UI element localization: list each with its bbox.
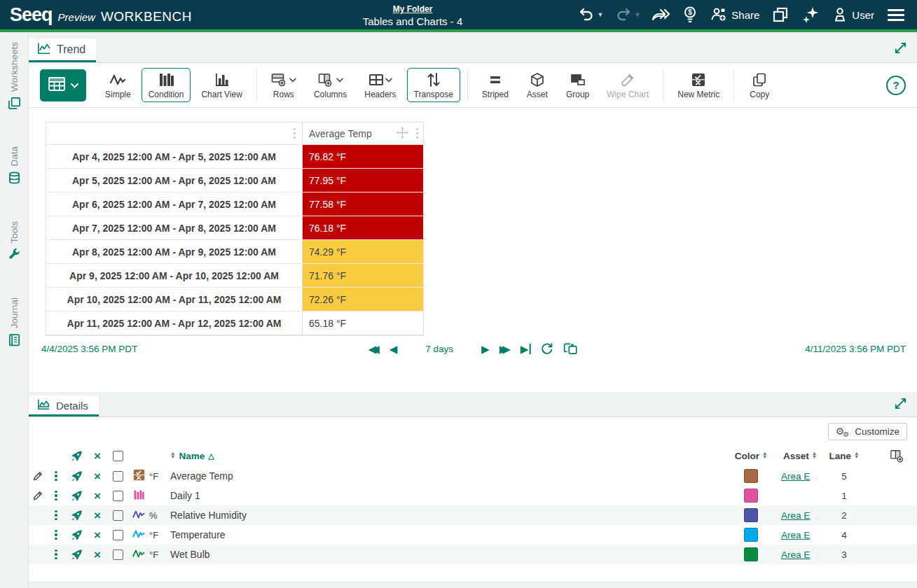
toolbar-chart-view-button[interactable]: Chart View — [194, 68, 249, 102]
forward-share-button[interactable] — [652, 6, 670, 23]
color-swatch[interactable] — [744, 508, 758, 522]
lane-column-header[interactable]: Lane ▲▼ — [825, 451, 864, 461]
toolbar-rows-button[interactable]: Rows — [264, 68, 303, 102]
kebab-menu-icon[interactable] — [53, 469, 59, 484]
toolbar-striped-button[interactable]: Striped — [475, 68, 516, 102]
toolbar-separator — [663, 69, 663, 102]
duplicate-range-icon[interactable] — [563, 342, 577, 356]
sort-icon[interactable]: ▲▼ — [854, 452, 859, 458]
edit-pencil-icon[interactable] — [32, 490, 43, 501]
seeq-logo[interactable]: Seeq Preview WORKBENCH — [0, 4, 192, 26]
remove-all-icon[interactable]: × — [94, 450, 101, 462]
help-button[interactable]: ? — [886, 76, 906, 95]
rocket-icon[interactable] — [71, 450, 83, 462]
range-start-datetime[interactable]: 4/4/2025 3:56 PM PDT — [29, 344, 137, 354]
item-name[interactable]: Daily 1 — [170, 490, 726, 501]
value-column-header[interactable]: Average Temp — [303, 122, 423, 144]
row-checkbox[interactable] — [113, 471, 123, 482]
table-view-dropdown-button[interactable] — [40, 69, 86, 102]
hamburger-menu-button[interactable] — [886, 8, 906, 22]
worksheet-title: Tables and Charts - 4 — [363, 15, 463, 29]
move-handle-icon[interactable] — [397, 127, 408, 141]
toolbar-simple-button[interactable]: Simple — [98, 68, 138, 102]
asset-link[interactable]: Area E — [781, 471, 810, 482]
rocket-icon[interactable] — [71, 549, 83, 561]
toolbar-condition-button[interactable]: Condition — [142, 68, 191, 102]
sort-icon[interactable]: ▲▼ — [762, 452, 767, 458]
item-name[interactable]: Relative Humidity — [170, 510, 726, 521]
remove-item-icon[interactable]: × — [94, 470, 101, 482]
user-menu-button[interactable]: User — [832, 6, 874, 23]
step-back-full-button[interactable]: ◀◀ — [368, 344, 380, 354]
row-checkbox[interactable] — [113, 510, 123, 521]
kebab-menu-icon[interactable] — [53, 547, 59, 562]
rocket-icon[interactable] — [71, 470, 83, 482]
rocket-icon[interactable] — [71, 490, 83, 502]
trend-expand-button[interactable] — [894, 41, 907, 57]
tab-details[interactable]: Details — [29, 396, 99, 416]
item-name[interactable]: Wet Bulb — [170, 549, 726, 560]
toolbar-columns-button[interactable]: Columns — [307, 68, 354, 102]
rail-item-journal[interactable]: Journal — [8, 298, 21, 346]
toolbar-new-metric-button[interactable]: New Metric — [670, 68, 726, 102]
tab-trend[interactable]: Trend — [29, 38, 96, 62]
share-button[interactable]: Share — [710, 6, 759, 23]
kebab-menu-icon[interactable] — [414, 126, 420, 141]
rail-item-data[interactable]: Data — [8, 146, 21, 185]
undo-button[interactable]: ▼ — [578, 6, 603, 23]
toolbar-copy-button[interactable]: Copy — [741, 68, 778, 102]
sort-icon[interactable]: ▲▼ — [812, 452, 817, 458]
select-all-checkbox[interactable] — [113, 451, 123, 461]
lane-number: 4 — [825, 530, 864, 540]
color-column-header[interactable]: Color ▲▼ — [726, 451, 775, 461]
value-capture-button[interactable]: $ — [682, 6, 698, 24]
row-checkbox[interactable] — [113, 491, 123, 501]
item-name[interactable]: Average Temp — [170, 470, 726, 482]
remove-item-icon[interactable]: × — [94, 510, 101, 522]
ai-assistant-button[interactable] — [801, 6, 820, 24]
color-swatch[interactable] — [744, 547, 758, 561]
asset-column-header[interactable]: Asset ▲▼ — [775, 451, 825, 461]
step-to-now-button[interactable]: ▶ — [520, 344, 531, 354]
kebab-menu-icon[interactable] — [53, 528, 59, 542]
rail-item-worksheets[interactable]: Worksheets — [8, 42, 21, 110]
worksheets-overview-button[interactable] — [771, 6, 790, 24]
rocket-icon[interactable] — [71, 510, 83, 522]
color-swatch[interactable] — [744, 528, 758, 542]
kebab-menu-icon[interactable] — [53, 489, 59, 503]
row-checkbox[interactable] — [113, 530, 123, 540]
kebab-menu-icon[interactable] — [53, 508, 59, 523]
item-name[interactable]: Temperature — [170, 529, 726, 540]
color-swatch[interactable] — [744, 469, 758, 483]
kebab-menu-icon[interactable] — [291, 126, 298, 141]
remove-item-icon[interactable]: × — [94, 490, 101, 502]
step-forward-half-button[interactable]: ▶ — [481, 344, 490, 354]
customize-button[interactable]: ⚙⚙ Customize — [828, 423, 907, 440]
remove-item-icon[interactable]: × — [94, 529, 101, 541]
color-swatch[interactable] — [744, 489, 758, 503]
toolbar-headers-button[interactable]: Headers — [357, 68, 403, 102]
asset-link[interactable]: Area E — [781, 550, 810, 560]
asset-link[interactable]: Area E — [781, 530, 810, 540]
remove-item-icon[interactable]: × — [94, 549, 101, 561]
redo-button[interactable]: ▼ — [615, 6, 640, 23]
toolbar-wipe-chart-button[interactable]: Wipe Chart — [600, 68, 656, 102]
edit-pencil-icon[interactable] — [32, 470, 43, 482]
rocket-icon[interactable] — [71, 529, 83, 541]
add-column-icon[interactable] — [890, 449, 904, 463]
asset-link[interactable]: Area E — [781, 510, 810, 521]
toolbar-transpose-button[interactable]: Transpose — [407, 68, 460, 102]
sort-icon[interactable]: ▲▼ — [170, 452, 175, 458]
row-checkbox[interactable] — [113, 550, 123, 560]
range-end-datetime[interactable]: 4/11/2025 3:56 PM PDT — [805, 344, 917, 354]
step-forward-full-button[interactable]: ▶▶ — [499, 344, 511, 354]
details-expand-button[interactable] — [894, 397, 907, 412]
refresh-icon[interactable] — [540, 342, 553, 355]
name-column-header[interactable]: ▲▼ Name △ — [170, 451, 726, 461]
range-duration[interactable]: 7 days — [425, 344, 453, 354]
rail-item-tools[interactable]: Tools — [8, 221, 21, 262]
breadcrumb-my-folder[interactable]: My Folder — [393, 4, 433, 14]
toolbar-group-button[interactable]: Group — [559, 68, 596, 102]
step-back-half-button[interactable]: ◀ — [389, 344, 398, 354]
toolbar-asset-button[interactable]: Asset — [519, 68, 556, 102]
